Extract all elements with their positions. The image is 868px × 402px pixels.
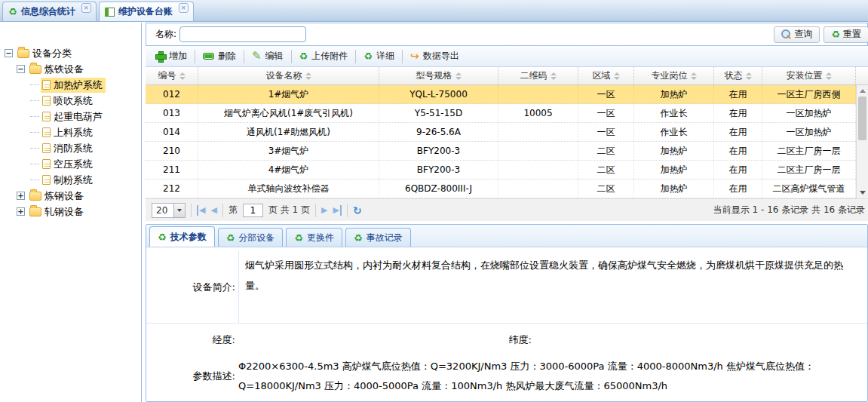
table-cell[interactable]: 在用 xyxy=(714,85,762,103)
table-cell[interactable]: 单式轴向波纹补偿器 xyxy=(198,180,379,198)
table-cell[interactable] xyxy=(498,180,578,198)
table-cell[interactable]: 二区 xyxy=(578,161,634,179)
table-row[interactable]: 212 单式轴向波纹补偿器 6QBDZ-800III-J 二区 加热炉 在用 二… xyxy=(146,180,856,198)
table-row[interactable]: 210 3#烟气炉 BFY200-3 二区 加热炉 在用 二区主厂房一层 xyxy=(146,142,856,161)
table-cell[interactable]: BFY200-3 xyxy=(379,161,498,179)
table-cell[interactable]: 在用 xyxy=(714,180,762,198)
table-row[interactable]: 211 4#烟气炉 BFY200-3 二区 加热炉 在用 二区主厂房一层 xyxy=(146,161,856,180)
close-icon[interactable] xyxy=(81,3,91,13)
table-cell[interactable] xyxy=(498,85,578,103)
expand-icon[interactable] xyxy=(17,192,25,200)
refresh-icon[interactable] xyxy=(353,204,362,216)
table-cell[interactable]: 二区 xyxy=(578,142,634,160)
edit-button[interactable]: 编辑 xyxy=(245,48,290,66)
table-cell[interactable] xyxy=(498,142,578,160)
tree-node-pulverizing[interactable]: 制粉系统 xyxy=(0,172,141,188)
table-cell[interactable]: 二区高炉煤气管道 xyxy=(762,180,856,198)
next-page-button[interactable] xyxy=(321,205,327,216)
table-cell[interactable]: 在用 xyxy=(714,123,762,141)
table-cell[interactable]: 加热炉 xyxy=(634,180,714,198)
tree-node-air-compression[interactable]: 空压系统 xyxy=(0,156,141,172)
table-cell[interactable]: 211 xyxy=(146,161,198,179)
tree-node-ironmaking[interactable]: 炼铁设备 xyxy=(0,61,141,77)
tree-node-rolling[interactable]: 轧钢设备 xyxy=(0,204,141,219)
close-icon[interactable] xyxy=(179,3,189,13)
table-cell[interactable]: 3#烟气炉 xyxy=(198,142,379,160)
table-cell[interactable]: 一区加热炉 xyxy=(762,104,856,122)
column-header-area[interactable]: 区域 xyxy=(578,67,634,84)
table-cell[interactable]: 作业长 xyxy=(634,123,714,141)
tab-replacement-parts[interactable]: 更换件 xyxy=(286,228,342,247)
tree-node-root[interactable]: 设备分类 xyxy=(0,45,141,61)
tree-node-heating-furnace[interactable]: 加热炉系统 xyxy=(0,77,141,93)
page-size-select[interactable]: 20 xyxy=(152,203,186,218)
tree-node-steelmaking[interactable]: 炼钢设备 xyxy=(0,188,141,204)
table-cell[interactable]: 一区 xyxy=(578,85,634,103)
table-row[interactable]: 013 烟气炉离心风机(1#废气引风机) Y5-51-15D 10005 一区 … xyxy=(146,104,856,123)
name-search-input[interactable] xyxy=(179,26,306,42)
table-cell[interactable]: 在用 xyxy=(714,161,762,179)
table-cell[interactable]: 014 xyxy=(146,123,198,141)
table-cell[interactable]: 一区 xyxy=(578,123,634,141)
table-cell[interactable]: 一区 xyxy=(578,104,634,122)
vertical-scrollbar[interactable] xyxy=(856,85,868,198)
table-cell[interactable]: 作业长 xyxy=(634,104,714,122)
table-cell[interactable]: 9-26-5.6A xyxy=(379,123,498,141)
table-cell[interactable]: 加热炉 xyxy=(634,161,714,179)
scroll-down-icon[interactable] xyxy=(860,191,866,195)
chevron-down-icon[interactable] xyxy=(173,204,185,217)
table-cell[interactable]: 在用 xyxy=(714,104,762,122)
expand-icon[interactable] xyxy=(17,207,25,216)
table-row[interactable]: 014 通风机(1#助燃风机) 9-26-5.6A 一区 作业长 在用 一区加热… xyxy=(146,123,856,142)
table-cell[interactable]: 012 xyxy=(146,85,198,103)
table-cell[interactable]: Y5-51-15D xyxy=(379,104,498,122)
table-cell[interactable]: 4#烟气炉 xyxy=(198,161,379,179)
column-header-device-name[interactable]: 设备名称 xyxy=(198,67,379,84)
table-cell[interactable]: 6QBDZ-800III-J xyxy=(379,180,498,198)
collapse-icon[interactable] xyxy=(5,49,13,57)
tab-accident-records[interactable]: 事故记录 xyxy=(345,228,411,247)
tree-node-injection[interactable]: 喷吹系统 xyxy=(0,93,141,109)
column-header-number[interactable]: 编号 xyxy=(146,67,198,84)
table-cell[interactable]: 在用 xyxy=(714,142,762,160)
table-cell[interactable]: 212 xyxy=(146,180,198,198)
collapse-icon[interactable] xyxy=(17,65,25,73)
table-cell[interactable]: 加热炉 xyxy=(634,142,714,160)
column-header-qrcode[interactable]: 二维码 xyxy=(498,67,578,84)
column-header-location[interactable]: 安装位置 xyxy=(762,67,856,84)
tree-node-electric-hoist[interactable]: 起重电葫芦 xyxy=(0,109,141,124)
upload-attachment-button[interactable]: 上传附件 xyxy=(293,48,355,66)
reset-button[interactable]: 重置 xyxy=(824,26,868,43)
table-cell[interactable]: 一区加热炉 xyxy=(762,123,856,141)
table-cell[interactable]: 1#烟气炉 xyxy=(198,85,379,103)
query-button[interactable]: 查询 xyxy=(774,26,820,43)
delete-button[interactable]: 删除 xyxy=(196,48,243,66)
detail-button[interactable]: 详细 xyxy=(357,48,401,66)
table-cell[interactable]: 10005 xyxy=(498,104,578,122)
add-button[interactable]: 增加 xyxy=(149,48,194,66)
tab-sub-equipment[interactable]: 分部设备 xyxy=(218,228,284,247)
table-cell[interactable]: YQL-L-75000 xyxy=(379,85,498,103)
scrollbar-thumb[interactable] xyxy=(858,97,866,140)
table-cell[interactable] xyxy=(498,161,578,179)
table-cell[interactable]: 烟气炉离心风机(1#废气引风机) xyxy=(198,104,379,122)
table-cell[interactable]: 二区 xyxy=(578,180,634,198)
table-cell[interactable]: 210 xyxy=(146,142,198,160)
table-row[interactable]: 012 1#烟气炉 YQL-L-75000 一区 加热炉 在用 一区主厂房西侧 xyxy=(146,85,856,104)
table-cell[interactable]: 二区主厂房一层 xyxy=(762,142,856,160)
tree-node-feeding[interactable]: 上料系统 xyxy=(0,124,141,140)
table-cell[interactable] xyxy=(498,123,578,141)
scroll-up-icon[interactable] xyxy=(860,89,866,93)
column-header-model[interactable]: 型号规格 xyxy=(379,67,498,84)
table-cell[interactable]: 通风机(1#助燃风机) xyxy=(198,123,379,141)
table-cell[interactable]: 一区主厂房西侧 xyxy=(762,85,856,103)
last-page-button[interactable] xyxy=(333,205,341,216)
column-header-post[interactable]: 专业岗位 xyxy=(634,67,714,84)
tree-node-fire-protection[interactable]: 消防系统 xyxy=(0,140,141,156)
first-page-button[interactable] xyxy=(197,205,205,216)
table-cell[interactable]: BFY200-3 xyxy=(379,142,498,160)
table-cell[interactable]: 二区主厂房一层 xyxy=(762,161,856,179)
tab-equipment-ledger[interactable]: 维护设备台账 xyxy=(99,2,194,21)
table-cell[interactable]: 013 xyxy=(146,104,198,122)
tab-technical-parameters[interactable]: 技术参数 xyxy=(149,226,215,247)
